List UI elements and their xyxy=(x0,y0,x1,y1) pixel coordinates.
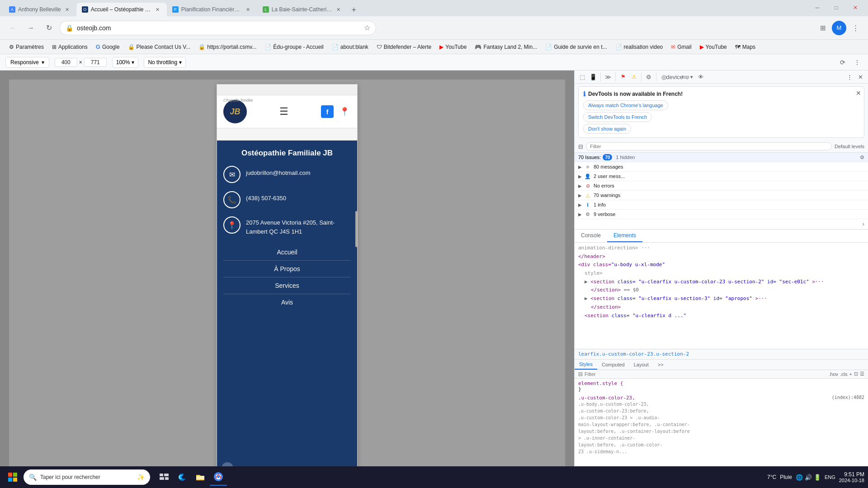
message-row-user[interactable]: ▶ 👤 2 user mess... xyxy=(575,172,868,181)
bookmark-google[interactable]: G Google xyxy=(92,42,123,52)
nav-link-services[interactable]: Services xyxy=(223,277,351,294)
more-tabs-button[interactable]: >> xyxy=(653,360,668,369)
bookmark-realisation[interactable]: 📄 realisation video xyxy=(612,42,667,52)
throttle-select[interactable]: No throttling ▾ xyxy=(144,57,186,68)
tab-1[interactable]: A Anthony Belleville ✕ xyxy=(4,3,76,16)
message-row-warnings[interactable]: ▶ △ 70 warnings xyxy=(575,191,868,200)
notification-close-button[interactable]: ✕ xyxy=(856,89,861,97)
bookmark-portail[interactable]: 🔒 https://portail.csmv... xyxy=(195,42,260,52)
message-row-info[interactable]: ▶ ℹ 1 info xyxy=(575,200,868,210)
tab-styles[interactable]: Styles xyxy=(575,360,597,370)
bookmark-please-contact[interactable]: 🔒 Please Contact Us V... xyxy=(124,42,194,52)
dont-show-button[interactable]: Don't show again xyxy=(583,124,631,134)
breadcrumb[interactable]: learfix.u-custom-color-23.u-section-2 xyxy=(578,351,689,357)
start-button[interactable] xyxy=(4,468,22,486)
filter-input[interactable] xyxy=(586,142,832,150)
file-explorer-button[interactable] xyxy=(192,469,209,486)
width-input[interactable]: 400 xyxy=(55,58,77,67)
list-icon[interactable]: ☰ xyxy=(860,371,864,377)
style-rule-custom: .u-custom-color-23, (index):4882 .u-body… xyxy=(578,395,864,455)
taskbar-clock[interactable]: 9:51 PM 2024-10-18 xyxy=(839,471,864,483)
top-label[interactable]: top ▾ xyxy=(680,74,695,80)
website-preview: JB Chapelle fondée ☰ f 📍 xyxy=(0,70,574,488)
html-line-section1[interactable]: ▶ <section class= "u-clearfix u-custom-c… xyxy=(578,278,864,286)
error-count-icon[interactable]: ⚑ xyxy=(618,72,628,82)
forward-button[interactable]: → xyxy=(24,21,38,35)
profile-button[interactable]: M xyxy=(832,21,846,35)
new-tab-button[interactable]: + xyxy=(348,4,360,16)
tab-console[interactable]: Console xyxy=(575,230,607,242)
tab-close-1[interactable]: ✕ xyxy=(64,6,71,13)
more-options-button[interactable]: ⋮ xyxy=(852,57,863,68)
taskbar-search[interactable]: 🔍 Taper ici pour rechercher ✨ xyxy=(24,469,150,485)
bookmark-applications[interactable]: ⊞ Applications xyxy=(48,42,91,52)
tab-close-4[interactable]: ✕ xyxy=(335,6,342,13)
expand-arrow-icon: ▶ xyxy=(578,183,582,188)
inspector-button[interactable]: ⬚ xyxy=(577,72,587,82)
plus-button[interactable]: + xyxy=(849,371,852,377)
warning-count-icon[interactable]: ⚠ xyxy=(629,72,639,82)
bookmark-maps[interactable]: 🗺 Maps xyxy=(731,42,759,52)
bookmark-youtube2[interactable]: ▶ YouTube xyxy=(696,42,731,52)
bookmark-parametres[interactable]: ⚙ Paramètres xyxy=(5,42,47,52)
zoom-select[interactable]: 100% ▾ xyxy=(112,57,139,68)
maximize-button[interactable]: □ xyxy=(827,1,845,14)
extensions-button[interactable]: ⊞ xyxy=(816,21,830,35)
edge-button[interactable] xyxy=(174,469,191,486)
cls-button[interactable]: .cls xyxy=(840,371,848,377)
top-anchor-button[interactable]: device xyxy=(670,72,679,82)
device-toggle-button[interactable]: 📱 xyxy=(588,72,598,82)
facebook-icon[interactable]: f xyxy=(321,105,334,118)
bookmark-about-blank[interactable]: 📄 about:blank xyxy=(328,42,372,52)
tab-4[interactable]: L La Baie-Sainte-Catherine ✕ xyxy=(257,3,348,16)
message-row-verbose[interactable]: ▶ ⚙ 9 verbose xyxy=(575,210,868,219)
scrollbar[interactable] xyxy=(355,211,357,247)
more-panels-button[interactable]: ≫ xyxy=(603,72,613,82)
tab-2[interactable]: O Accueil – Ostéopathie Familiale ✕ xyxy=(76,3,167,16)
settings-button[interactable]: ⚙ xyxy=(644,72,654,82)
bookmark-edu[interactable]: 📄 Édu-groupe - Accueil xyxy=(261,42,327,52)
devtools-more-button[interactable]: ⋮ xyxy=(844,72,854,82)
url-bar[interactable]: 🔒 osteojb.com ☆ xyxy=(60,21,376,35)
bookmark-star-icon[interactable]: ☆ xyxy=(364,23,370,32)
nav-link-apropos[interactable]: À Propos xyxy=(223,261,351,277)
close-window-button[interactable]: ✕ xyxy=(846,1,864,14)
html-line-section2[interactable]: ▶ <section class= "u-clearfix u-section-… xyxy=(578,295,864,303)
location-pin-icon[interactable]: 📍 xyxy=(338,105,351,118)
device-toolbar-right: ⟳ ⋮ xyxy=(837,57,863,68)
issues-gear-icon[interactable]: ⚙ xyxy=(860,155,864,160)
tab-close-3[interactable]: ✕ xyxy=(245,6,252,13)
device-select[interactable]: Responsive ▾ xyxy=(5,57,49,68)
bookmark-bitdefender[interactable]: 🛡 Bitdefender – Alerte xyxy=(373,42,435,52)
nav-link-accueil[interactable]: Accueil xyxy=(223,244,351,261)
bookmark-fantasy-land[interactable]: 🎮 Fantasy Land 2, Min... xyxy=(471,42,541,52)
nav-link-avis[interactable]: Avis xyxy=(223,294,351,310)
tab-computed[interactable]: Computed xyxy=(597,360,629,369)
right-arrow-icon[interactable]: › xyxy=(863,221,864,227)
height-input[interactable]: 771 xyxy=(84,58,107,67)
message-row-errors[interactable]: ▶ ⊘ No errors xyxy=(575,181,868,191)
tab-layout[interactable]: Layout xyxy=(629,360,653,369)
devtools-close-button[interactable]: ✕ xyxy=(855,72,865,82)
reload-button[interactable]: ↻ xyxy=(42,21,56,35)
match-language-button[interactable]: Always match Chrome's language xyxy=(583,100,668,110)
task-view-button[interactable] xyxy=(156,469,173,486)
minimize-button[interactable]: ─ xyxy=(808,1,826,14)
bookmark-youtube[interactable]: ▶ YouTube xyxy=(436,42,470,52)
hamburger-menu-icon[interactable]: ☰ xyxy=(279,106,288,117)
tab-3[interactable]: P Planification Financière Et De F... ✕ xyxy=(167,3,257,16)
rotate-button[interactable]: ⟳ xyxy=(837,57,848,68)
style-filter-input[interactable] xyxy=(585,371,827,377)
hov-button[interactable]: .hov xyxy=(829,371,838,377)
chrome-button[interactable] xyxy=(210,469,227,486)
bookmark-guide[interactable]: 📄 Guide de survie en t... xyxy=(542,42,610,52)
more-menu-button[interactable]: ⋮ xyxy=(848,21,863,35)
eye-icon[interactable]: 👁 xyxy=(696,72,706,82)
box-model-icon[interactable]: ⊡ xyxy=(854,371,858,377)
bookmark-gmail[interactable]: ✉ Gmail xyxy=(667,42,695,52)
tab-close-2[interactable]: ✕ xyxy=(154,6,161,13)
message-row-messages[interactable]: ▶ ≡ 80 messages xyxy=(575,162,868,172)
switch-french-button[interactable]: Switch DevTools to French xyxy=(583,112,652,122)
back-button[interactable]: ← xyxy=(5,21,20,35)
tab-elements[interactable]: Elements xyxy=(607,230,642,242)
